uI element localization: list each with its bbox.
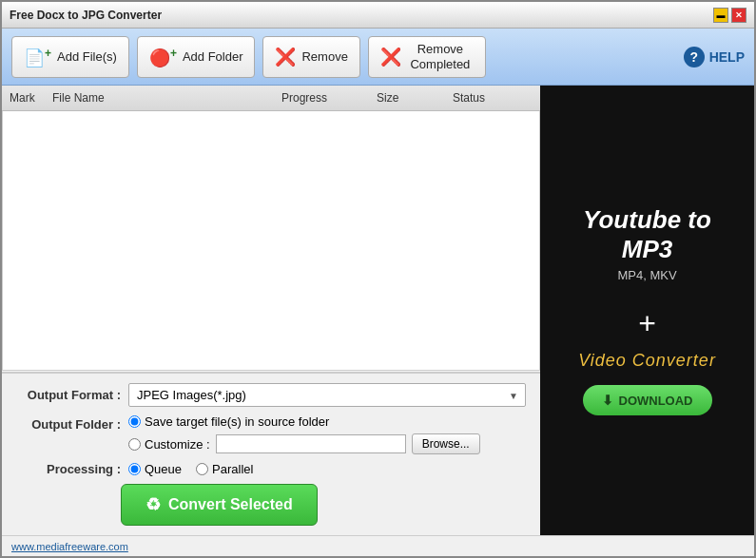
remove-label: Remove <box>301 49 347 64</box>
parallel-radio-label[interactable]: Parallel <box>196 462 253 476</box>
ad-panel: Youtube to MP3 MP4, MKV + Video Converte… <box>540 86 754 535</box>
help-icon: ? <box>684 47 705 67</box>
add-file-icon: 📄+ <box>24 48 51 67</box>
table-body <box>2 111 540 371</box>
queue-radio-label[interactable]: Queue <box>128 462 182 476</box>
format-select[interactable]: JPEG Images(*.jpg) PNG Images(*.png) BMP… <box>128 383 526 407</box>
left-panel: Mark File Name Progress Size Status Outp… <box>2 86 540 535</box>
parallel-text: Parallel <box>212 462 253 476</box>
convert-button-row: ♻ Convert Selected <box>16 484 526 526</box>
window-title: Free Docx to JPG Converter <box>10 9 162 22</box>
ad-plus: + <box>638 306 656 341</box>
col-progress: Progress <box>274 89 369 106</box>
col-extra <box>521 89 540 106</box>
options-panel: Output Format : JPEG Images(*.jpg) PNG I… <box>2 373 540 535</box>
table-header: Mark File Name Progress Size Status <box>2 86 540 111</box>
customize-radio[interactable] <box>128 438 141 451</box>
close-button[interactable]: ✕ <box>731 8 746 23</box>
processing-options: Queue Parallel <box>128 462 253 476</box>
help-label: HELP <box>709 49 745 65</box>
file-table: Mark File Name Progress Size Status <box>2 86 540 373</box>
main-window: Free Docx to JPG Converter ▬ ✕ 📄+ Add Fi… <box>0 0 756 558</box>
add-files-label: Add File(s) <box>57 49 117 64</box>
download-button[interactable]: ⬇ DOWNLOAD <box>583 385 712 415</box>
convert-icon: ♻ <box>145 494 161 515</box>
output-folder-label: Output Folder : <box>16 417 121 432</box>
customize-text: Customize : <box>145 437 210 452</box>
save-source-text: Save target file(s) in source folder <box>145 414 329 429</box>
output-format-label: Output Format : <box>16 388 121 402</box>
title-bar: Free Docx to JPG Converter ▬ ✕ <box>2 2 754 29</box>
output-format-row: Output Format : JPEG Images(*.jpg) PNG I… <box>16 383 526 407</box>
footer-link[interactable]: www.mediafreeware.com <box>11 541 128 552</box>
convert-label: Convert Selected <box>168 496 293 513</box>
remove-icon: ❌ <box>275 48 296 66</box>
format-select-wrapper: JPEG Images(*.jpg) PNG Images(*.png) BMP… <box>128 383 526 407</box>
help-button[interactable]: ? HELP <box>684 47 745 67</box>
add-folder-button[interactable]: 🔴+ Add Folder <box>137 36 256 78</box>
col-size: Size <box>369 89 445 106</box>
ad-converter: Video Converter <box>578 351 716 371</box>
remove-completed-label: Remove Completed <box>407 42 474 71</box>
toolbar: 📄+ Add File(s) 🔴+ Add Folder ❌ Remove ❌ … <box>2 29 754 86</box>
customize-row: Customize : Browse... <box>128 433 480 454</box>
queue-radio[interactable] <box>128 463 141 475</box>
ad-subtitle: MP4, MKV <box>617 268 676 282</box>
minimize-button[interactable]: ▬ <box>713 8 728 23</box>
col-status: Status <box>445 89 521 106</box>
main-content: Mark File Name Progress Size Status Outp… <box>2 86 754 535</box>
download-label: DOWNLOAD <box>619 394 693 408</box>
browse-button[interactable]: Browse... <box>412 433 480 454</box>
processing-label: Processing : <box>16 462 121 476</box>
col-filename: File Name <box>45 89 274 106</box>
col-mark: Mark <box>2 89 45 106</box>
save-source-radio[interactable] <box>128 415 141 428</box>
customize-path-input[interactable] <box>216 434 406 453</box>
remove-completed-button[interactable]: ❌ Remove Completed <box>368 36 486 78</box>
convert-button[interactable]: ♻ Convert Selected <box>121 484 318 526</box>
output-folder-row: Output Folder : Save target file(s) in s… <box>16 414 526 454</box>
output-format-content: JPEG Images(*.jpg) PNG Images(*.png) BMP… <box>128 383 526 407</box>
title-bar-buttons: ▬ ✕ <box>713 8 746 23</box>
output-folder-rows: Save target file(s) in source folder Cus… <box>128 414 480 454</box>
processing-row: Processing : Queue Parallel <box>16 462 526 476</box>
parallel-radio[interactable] <box>196 463 208 475</box>
add-folder-icon: 🔴+ <box>149 48 177 67</box>
queue-text: Queue <box>145 462 182 476</box>
ad-title: Youtube to MP3 <box>559 205 735 264</box>
processing-content: Queue Parallel <box>128 462 526 476</box>
download-icon: ⬇ <box>602 393 613 408</box>
add-folder-label: Add Folder <box>183 49 243 64</box>
add-files-button[interactable]: 📄+ Add File(s) <box>11 36 129 78</box>
save-source-radio-label[interactable]: Save target file(s) in source folder <box>128 414 480 429</box>
footer: www.mediafreeware.com <box>2 535 754 556</box>
output-folder-content: Save target file(s) in source folder Cus… <box>128 414 526 454</box>
remove-button[interactable]: ❌ Remove <box>262 36 359 78</box>
customize-radio-label[interactable]: Customize : <box>128 437 210 452</box>
remove-completed-icon: ❌ <box>380 48 401 66</box>
